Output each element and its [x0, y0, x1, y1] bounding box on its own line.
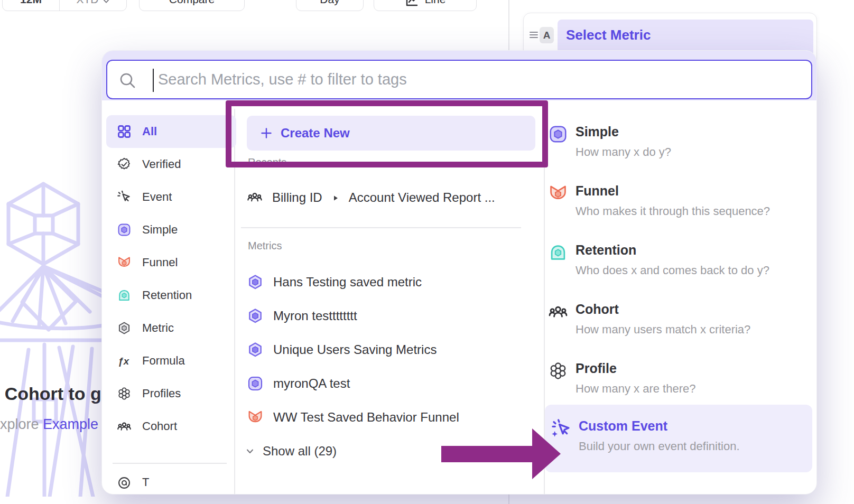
list-item[interactable]: myronQA test	[247, 367, 535, 400]
metrics-section-label: Metrics	[248, 240, 282, 252]
metric-type-title: Custom Event	[579, 414, 667, 437]
sidebar-item-all[interactable]: All	[106, 115, 236, 148]
background-headline: r Cohort to ge	[0, 384, 101, 407]
funnel-icon	[247, 409, 264, 426]
sidebar-item-label: Event	[142, 190, 172, 204]
show-all-button[interactable]: Show all (29)	[246, 442, 337, 461]
chart-type-line-button[interactable]: Line	[374, 0, 477, 11]
recent-item[interactable]: Billing ID Account Viewed Report ...	[247, 186, 495, 209]
arrow-shaft	[441, 446, 533, 462]
metric-letter-badge: A	[540, 27, 554, 43]
simple-metric-icon	[247, 375, 264, 392]
search-input[interactable]	[158, 61, 803, 98]
compare-button[interactable]: Compare	[139, 0, 245, 11]
simple-metric-icon	[117, 222, 132, 237]
sidebar-item-verified[interactable]: Verified	[106, 148, 236, 181]
metric-name: Hans Testing saved metric	[273, 275, 422, 290]
sidebar-item-retention[interactable]: Retention	[106, 279, 236, 312]
sidebar-item-label: Retention	[142, 288, 192, 302]
verified-badge-icon	[117, 157, 132, 172]
sidebar-item-simple[interactable]: Simple	[106, 213, 236, 246]
annotation-highlight-box	[226, 100, 548, 167]
metric-type-title: Funnel	[575, 179, 619, 202]
chevron-down-icon	[246, 447, 254, 455]
sidebar-item-funnel[interactable]: Funnel	[106, 246, 236, 279]
chart-type-label: Line	[425, 0, 446, 6]
sidebar-item-label: Metric	[142, 321, 174, 335]
metric-type-title: Simple	[575, 120, 619, 143]
cohort-people-icon	[117, 419, 132, 434]
interval-label: Day	[320, 0, 339, 6]
sidebar-item-partial[interactable]: T	[106, 475, 236, 490]
range-12m-button[interactable]: 12M	[3, 0, 60, 11]
list-item[interactable]: Unique Users Saving Metrics	[247, 333, 535, 367]
sidebar-item-label: Funnel	[142, 256, 178, 269]
headline-text: Cohort to ge	[0, 384, 101, 404]
example-link[interactable]: Example I	[43, 416, 101, 432]
text-cursor	[153, 69, 154, 92]
recent-item-prefix: Billing ID	[272, 190, 322, 205]
cohort-people-icon	[548, 302, 568, 322]
sidebar-item-label: T	[142, 475, 149, 489]
line-chart-icon	[405, 0, 419, 7]
metric-type-retention[interactable]: Retention Who does x and comes back to d…	[548, 238, 812, 291]
sidebar-item-label: Formula	[142, 354, 185, 368]
funnel-icon	[548, 183, 568, 203]
arrow-head	[532, 428, 561, 479]
sidebar-item-event[interactable]: Event	[106, 181, 236, 213]
metric-type-funnel[interactable]: Funnel Who makes it through this sequenc…	[548, 179, 812, 232]
wireframe-illustration	[0, 169, 104, 497]
retention-icon	[117, 288, 132, 303]
partial-icon	[117, 475, 132, 490]
background-subtext: xplore Example I	[0, 416, 101, 436]
sidebar-item-metric[interactable]: Metric	[106, 312, 236, 344]
interval-day-button[interactable]: Day	[296, 0, 364, 11]
event-cursor-icon	[117, 190, 132, 204]
metric-hexagon-icon	[117, 321, 132, 335]
filter-sidebar: All Verified Event Simple Funnel Retenti…	[106, 115, 236, 490]
compare-label: Compare	[169, 0, 215, 6]
formula-fx-icon	[117, 353, 132, 368]
recent-item-suffix: Account Viewed Report ...	[349, 190, 495, 205]
grid-icon	[117, 124, 132, 139]
metric-type-simple[interactable]: Simple How many x do y?	[548, 120, 812, 173]
sidebar-item-label: All	[142, 125, 157, 138]
simple-metric-icon	[548, 124, 568, 144]
profiles-cluster-icon	[548, 361, 568, 381]
metric-name: Myron testttttttt	[273, 309, 357, 323]
metric-hexagon-icon	[247, 341, 264, 358]
metric-type-subtitle: Who makes it through this sequence?	[575, 202, 770, 220]
list-item[interactable]: Hans Testing saved metric	[247, 265, 535, 299]
metric-type-subtitle: Build your own event definition.	[579, 437, 740, 455]
metric-type-subtitle: How many x are there?	[575, 380, 695, 398]
metric-type-cohort[interactable]: Cohort How many users match x criteria?	[548, 297, 812, 350]
select-metric-label: Select Metric	[566, 27, 651, 43]
sidebar-item-cohort[interactable]: Cohort	[106, 410, 236, 443]
metric-type-custom-event[interactable]: Custom Event Build your own event defini…	[545, 405, 812, 472]
metric-type-subtitle: How many users match x criteria?	[575, 321, 750, 339]
metric-type-profile[interactable]: Profile How many x are there?	[548, 357, 812, 409]
sidebar-item-label: Simple	[142, 223, 178, 237]
app-root: 12M XTD Compare Day Line A Select Metric…	[0, 0, 854, 504]
sidebar-item-formula[interactable]: Formula	[106, 344, 236, 377]
cohort-people-icon	[247, 189, 264, 206]
list-item[interactable]: Myron testttttttt	[247, 299, 535, 333]
profiles-cluster-icon	[117, 386, 132, 401]
sidebar-item-profiles[interactable]: Profiles	[106, 377, 236, 410]
show-all-label: Show all (29)	[263, 444, 337, 459]
range-xtd-label: XTD	[77, 0, 99, 6]
metric-type-title: Profile	[575, 357, 617, 380]
search-icon	[118, 71, 137, 90]
chevron-down-icon	[103, 0, 110, 5]
metric-hexagon-icon	[247, 274, 264, 291]
range-xtd-button[interactable]: XTD	[60, 0, 126, 11]
metric-name: myronQA test	[273, 376, 350, 391]
metric-type-subtitle: Who does x and comes back to do y?	[575, 262, 769, 279]
drag-handle-icon[interactable]	[528, 30, 539, 40]
metric-name: WW Test Saved Behavior Funnel	[273, 410, 459, 425]
saved-metrics-list: Hans Testing saved metric Myron testtttt…	[247, 265, 535, 434]
range-12m-label: 12M	[20, 0, 42, 6]
sidebar-section-divider	[113, 463, 227, 464]
retention-icon	[548, 242, 568, 263]
metric-hexagon-icon	[247, 307, 264, 324]
